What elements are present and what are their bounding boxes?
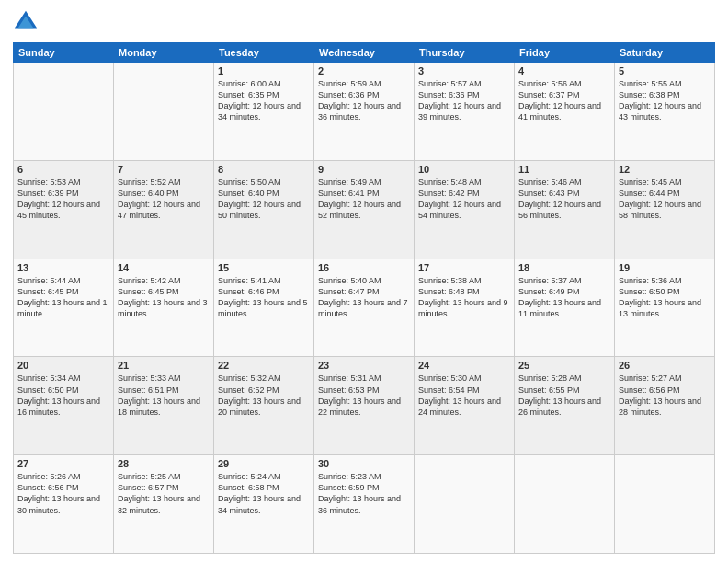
day-info: Sunrise: 5:50 AM Sunset: 6:40 PM Dayligh… [218,177,310,222]
day-info: Sunrise: 5:57 AM Sunset: 6:36 PM Dayligh… [418,78,510,123]
day-cell: 30Sunrise: 5:23 AM Sunset: 6:59 PM Dayli… [314,455,415,554]
day-info: Sunrise: 5:44 AM Sunset: 6:45 PM Dayligh… [17,275,109,320]
day-cell [615,455,715,554]
calendar-table: SundayMondayTuesdayWednesdayThursdayFrid… [13,42,715,554]
day-info: Sunrise: 5:41 AM Sunset: 6:46 PM Dayligh… [218,275,310,320]
day-cell: 22Sunrise: 5:32 AM Sunset: 6:52 PM Dayli… [214,357,314,455]
day-info: Sunrise: 5:59 AM Sunset: 6:36 PM Dayligh… [318,78,410,123]
day-number: 14 [118,262,210,273]
day-info: Sunrise: 5:24 AM Sunset: 6:58 PM Dayligh… [218,471,310,516]
day-number: 27 [17,458,109,469]
day-cell: 18Sunrise: 5:37 AM Sunset: 6:49 PM Dayli… [515,259,615,357]
day-number: 6 [17,164,109,175]
day-info: Sunrise: 5:34 AM Sunset: 6:50 PM Dayligh… [17,373,109,418]
day-number: 1 [218,65,310,76]
day-info: Sunrise: 5:40 AM Sunset: 6:47 PM Dayligh… [318,275,410,320]
day-number: 21 [118,360,210,371]
day-info: Sunrise: 5:45 AM Sunset: 6:44 PM Dayligh… [619,177,711,222]
day-cell: 12Sunrise: 5:45 AM Sunset: 6:44 PM Dayli… [615,160,715,259]
day-cell: 3Sunrise: 5:57 AM Sunset: 6:36 PM Daylig… [415,63,515,161]
day-header-saturday: Saturday [615,43,715,63]
day-info: Sunrise: 5:32 AM Sunset: 6:52 PM Dayligh… [218,373,310,418]
day-number: 30 [318,458,410,469]
day-cell [114,63,214,161]
day-cell: 27Sunrise: 5:26 AM Sunset: 6:56 PM Dayli… [14,455,114,554]
week-row-2: 6Sunrise: 5:53 AM Sunset: 6:39 PM Daylig… [14,160,715,259]
day-cell: 23Sunrise: 5:31 AM Sunset: 6:53 PM Dayli… [314,357,415,455]
day-info: Sunrise: 5:33 AM Sunset: 6:51 PM Dayligh… [118,373,210,418]
day-number: 29 [218,458,310,469]
day-number: 19 [619,262,711,273]
day-info: Sunrise: 5:28 AM Sunset: 6:55 PM Dayligh… [518,373,610,418]
day-number: 12 [619,164,711,175]
day-cell: 7Sunrise: 5:52 AM Sunset: 6:40 PM Daylig… [114,160,214,259]
day-header-tuesday: Tuesday [214,43,314,63]
day-number: 16 [318,262,410,273]
day-cell: 5Sunrise: 5:55 AM Sunset: 6:38 PM Daylig… [615,63,715,161]
day-number: 24 [418,360,510,371]
day-cell: 20Sunrise: 5:34 AM Sunset: 6:50 PM Dayli… [14,357,114,455]
day-info: Sunrise: 5:23 AM Sunset: 6:59 PM Dayligh… [318,471,410,516]
logo [13,9,42,35]
day-info: Sunrise: 5:42 AM Sunset: 6:45 PM Dayligh… [118,275,210,320]
day-number: 20 [17,360,109,371]
day-info: Sunrise: 5:38 AM Sunset: 6:48 PM Dayligh… [418,275,510,320]
day-cell: 28Sunrise: 5:25 AM Sunset: 6:57 PM Dayli… [114,455,214,554]
day-info: Sunrise: 5:46 AM Sunset: 6:43 PM Dayligh… [518,177,610,222]
day-cell: 17Sunrise: 5:38 AM Sunset: 6:48 PM Dayli… [415,259,515,357]
day-number: 23 [318,360,410,371]
logo-icon [13,9,39,35]
calendar-header: SundayMondayTuesdayWednesdayThursdayFrid… [14,43,715,63]
day-header-wednesday: Wednesday [314,43,415,63]
day-number: 13 [17,262,109,273]
day-number: 2 [318,65,410,76]
day-info: Sunrise: 5:49 AM Sunset: 6:41 PM Dayligh… [318,177,410,222]
day-info: Sunrise: 5:27 AM Sunset: 6:56 PM Dayligh… [619,373,711,418]
header-row: SundayMondayTuesdayWednesdayThursdayFrid… [14,43,715,63]
day-info: Sunrise: 5:56 AM Sunset: 6:37 PM Dayligh… [518,78,610,123]
week-row-4: 20Sunrise: 5:34 AM Sunset: 6:50 PM Dayli… [14,357,715,455]
day-cell: 24Sunrise: 5:30 AM Sunset: 6:54 PM Dayli… [415,357,515,455]
day-cell [415,455,515,554]
day-cell: 13Sunrise: 5:44 AM Sunset: 6:45 PM Dayli… [14,259,114,357]
day-number: 4 [518,65,610,76]
day-header-thursday: Thursday [415,43,515,63]
day-info: Sunrise: 5:53 AM Sunset: 6:39 PM Dayligh… [17,177,109,222]
day-number: 8 [218,164,310,175]
day-info: Sunrise: 5:48 AM Sunset: 6:42 PM Dayligh… [418,177,510,222]
week-row-3: 13Sunrise: 5:44 AM Sunset: 6:45 PM Dayli… [14,259,715,357]
day-info: Sunrise: 5:30 AM Sunset: 6:54 PM Dayligh… [418,373,510,418]
day-cell: 1Sunrise: 6:00 AM Sunset: 6:35 PM Daylig… [214,63,314,161]
day-number: 18 [518,262,610,273]
day-cell: 21Sunrise: 5:33 AM Sunset: 6:51 PM Dayli… [114,357,214,455]
day-number: 3 [418,65,510,76]
day-cell: 2Sunrise: 5:59 AM Sunset: 6:36 PM Daylig… [314,63,415,161]
day-cell: 9Sunrise: 5:49 AM Sunset: 6:41 PM Daylig… [314,160,415,259]
week-row-5: 27Sunrise: 5:26 AM Sunset: 6:56 PM Dayli… [14,455,715,554]
day-cell: 29Sunrise: 5:24 AM Sunset: 6:58 PM Dayli… [214,455,314,554]
day-number: 7 [118,164,210,175]
day-cell: 10Sunrise: 5:48 AM Sunset: 6:42 PM Dayli… [415,160,515,259]
day-cell: 11Sunrise: 5:46 AM Sunset: 6:43 PM Dayli… [515,160,615,259]
day-number: 11 [518,164,610,175]
page: SundayMondayTuesdayWednesdayThursdayFrid… [0,0,728,563]
day-number: 25 [518,360,610,371]
calendar-body: 1Sunrise: 6:00 AM Sunset: 6:35 PM Daylig… [14,63,715,554]
day-info: Sunrise: 5:26 AM Sunset: 6:56 PM Dayligh… [17,471,109,516]
day-cell: 19Sunrise: 5:36 AM Sunset: 6:50 PM Dayli… [615,259,715,357]
day-info: Sunrise: 5:37 AM Sunset: 6:49 PM Dayligh… [518,275,610,320]
day-info: Sunrise: 5:36 AM Sunset: 6:50 PM Dayligh… [619,275,711,320]
day-cell: 14Sunrise: 5:42 AM Sunset: 6:45 PM Dayli… [114,259,214,357]
day-cell: 4Sunrise: 5:56 AM Sunset: 6:37 PM Daylig… [515,63,615,161]
day-info: Sunrise: 5:52 AM Sunset: 6:40 PM Dayligh… [118,177,210,222]
day-cell: 15Sunrise: 5:41 AM Sunset: 6:46 PM Dayli… [214,259,314,357]
week-row-1: 1Sunrise: 6:00 AM Sunset: 6:35 PM Daylig… [14,63,715,161]
day-cell: 6Sunrise: 5:53 AM Sunset: 6:39 PM Daylig… [14,160,114,259]
day-number: 10 [418,164,510,175]
day-number: 28 [118,458,210,469]
day-header-friday: Friday [515,43,615,63]
day-cell: 8Sunrise: 5:50 AM Sunset: 6:40 PM Daylig… [214,160,314,259]
day-number: 22 [218,360,310,371]
day-number: 15 [218,262,310,273]
day-cell [515,455,615,554]
